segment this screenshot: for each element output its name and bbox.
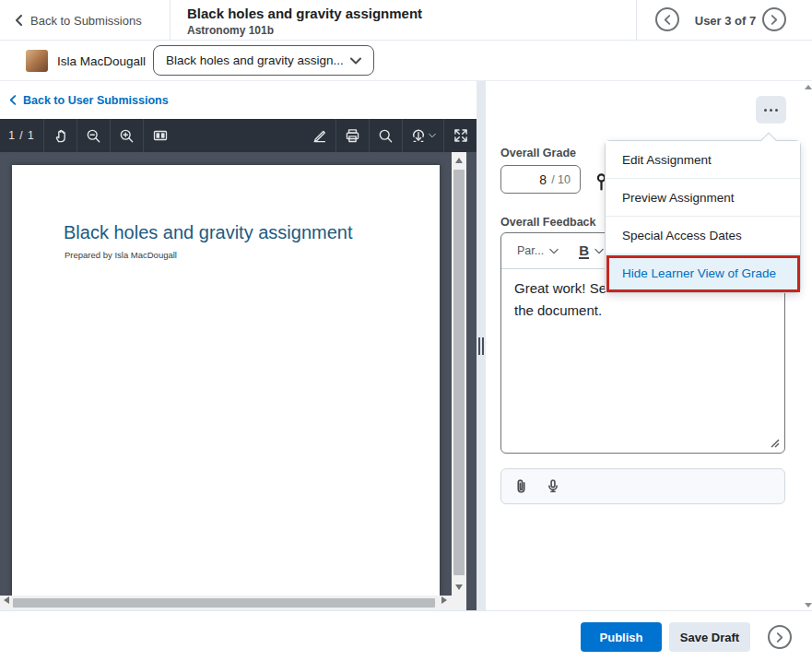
grade-input[interactable]: 8 / 10 — [500, 165, 581, 194]
scroll-right-arrow[interactable] — [441, 596, 447, 604]
page-indicator: 1 / 1 — [0, 119, 43, 152]
chevron-left-icon — [9, 95, 17, 105]
menu-item-hide-learner-view-of-grade[interactable]: Hide Learner View of Grade — [606, 254, 800, 292]
menu-item-edit-assignment[interactable]: Edit Assignment — [606, 141, 800, 179]
user-position-indicator: User 3 of 7 — [690, 0, 760, 41]
dot — [770, 109, 772, 112]
search-icon — [378, 128, 394, 144]
bold-button[interactable]: B — [579, 243, 589, 259]
pencil-icon — [312, 128, 327, 144]
menu-item-preview-assignment[interactable]: Preview Assignment — [606, 179, 800, 217]
search-document-button[interactable] — [370, 119, 402, 152]
back-to-submissions-label: Back to Submissions — [30, 14, 142, 28]
panel-resize-handle[interactable] — [477, 81, 486, 610]
chevron-left-icon — [664, 15, 671, 25]
assignment-title: Black holes and gravity assignment — [187, 6, 422, 21]
feedback-line: Great work! Se — [514, 277, 606, 300]
document-byline: Prepared by Isla MacDougall — [65, 250, 177, 260]
resize-handle-icon[interactable] — [769, 437, 780, 448]
hand-icon — [53, 128, 68, 144]
attach-file-icon[interactable] — [513, 478, 529, 495]
pdf-toolbar: 1 / 1 — [0, 119, 477, 152]
chevron-right-icon — [776, 632, 783, 643]
scroll-up-arrow[interactable] — [455, 158, 463, 163]
download-button[interactable] — [403, 119, 443, 152]
print-button[interactable] — [336, 119, 369, 152]
scrollbar-corner — [452, 596, 466, 610]
chevron-left-icon — [15, 15, 23, 26]
previous-user-button[interactable] — [655, 7, 679, 31]
zoom-out-button[interactable] — [77, 119, 110, 152]
feedback-attachments-bar — [500, 468, 785, 504]
two-page-view-icon — [152, 128, 169, 143]
chevron-down-icon — [429, 133, 436, 138]
dot — [764, 109, 767, 112]
next-user-button[interactable] — [762, 7, 786, 31]
next-student-button[interactable] — [768, 625, 792, 649]
scroll-down-arrow[interactable] — [455, 584, 463, 590]
top-header: Back to Submissions Black holes and grav… — [0, 0, 812, 41]
overflow-menu-button[interactable] — [756, 96, 786, 124]
paragraph-format-dropdown[interactable]: Par... — [517, 244, 544, 257]
resize-grip-bar — [478, 337, 480, 355]
student-name: Isla MacDougall — [57, 41, 146, 81]
grade-out-of: / 10 — [551, 173, 571, 186]
back-to-user-submissions-label: Back to User Submissions — [23, 94, 169, 107]
pan-tool-button[interactable] — [44, 119, 76, 152]
feedback-text[interactable]: Great work! Se the document. — [514, 277, 606, 322]
panel-scroll-up-arrow[interactable] — [805, 85, 812, 89]
zoom-out-icon — [86, 128, 101, 144]
download-icon — [410, 128, 427, 144]
document-title: Black holes and gravity assignment — [64, 222, 353, 243]
record-audio-icon[interactable] — [546, 478, 560, 495]
feedback-line: the document. — [514, 300, 606, 322]
overall-feedback-label: Overall Feedback — [500, 216, 596, 229]
document-page: Black holes and gravity assignment Prepa… — [12, 165, 440, 596]
chevron-down-icon — [350, 57, 361, 65]
fullscreen-button[interactable] — [444, 119, 477, 152]
back-to-submissions-link[interactable]: Back to Submissions — [15, 0, 142, 41]
back-to-user-submissions-link[interactable]: Back to User Submissions — [9, 81, 486, 119]
zoom-in-button[interactable] — [111, 119, 143, 152]
panel-scroll-down-arrow[interactable] — [805, 603, 812, 608]
submission-selector-value: Black holes and gravity assign... — [166, 53, 344, 67]
student-avatar — [26, 50, 48, 72]
menu-item-special-access-dates[interactable]: Special Access Dates — [606, 217, 800, 254]
annotate-button[interactable] — [303, 119, 335, 152]
grading-window: Back to Submissions Black holes and grav… — [0, 0, 812, 661]
assignment-context-menu: Edit Assignment Preview Assignment Speci… — [605, 140, 801, 293]
submission-selector-dropdown[interactable]: Black holes and gravity assign... — [153, 45, 374, 76]
header-divider — [170, 0, 171, 41]
dot — [775, 109, 778, 112]
save-draft-button[interactable]: Save Draft — [669, 622, 750, 652]
overall-grade-label: Overall Grade — [500, 147, 576, 159]
page-layout-button[interactable] — [144, 119, 176, 152]
chevron-right-icon — [771, 15, 778, 25]
scroll-left-arrow[interactable] — [4, 596, 9, 604]
resize-grip-bar — [482, 337, 484, 355]
fullscreen-expand-icon — [453, 127, 469, 144]
horizontal-scrollbar-thumb[interactable] — [13, 598, 435, 608]
header-divider — [636, 0, 637, 41]
chevron-down-icon[interactable] — [549, 248, 559, 254]
zoom-in-icon — [119, 128, 135, 144]
vertical-scrollbar-thumb[interactable] — [453, 170, 465, 575]
grade-value: 8 — [539, 172, 547, 187]
course-name: Astronomy 101b — [187, 24, 274, 37]
chevron-down-icon[interactable] — [594, 248, 604, 254]
publish-button[interactable]: Publish — [581, 622, 662, 652]
printer-icon — [345, 128, 360, 144]
